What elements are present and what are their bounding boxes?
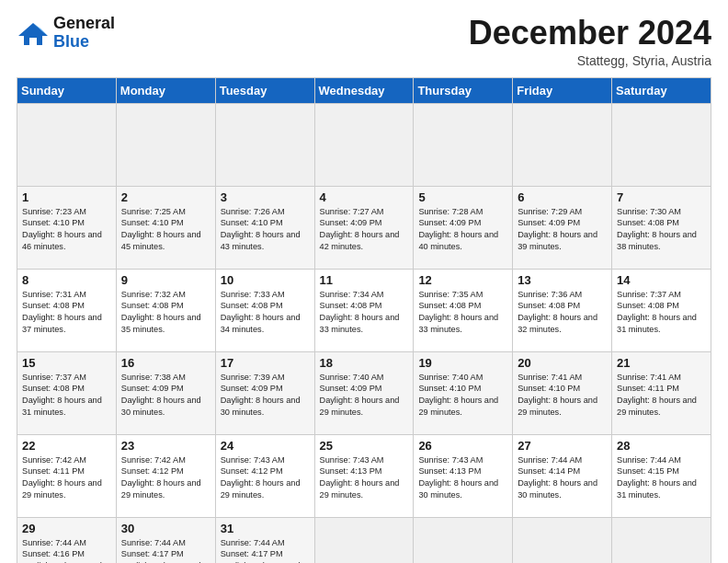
day-info: Sunrise: 7:44 AMSunset: 4:15 PMDaylight:… bbox=[617, 455, 697, 500]
col-thursday: Thursday bbox=[414, 77, 513, 103]
calendar-week-row: 29 Sunrise: 7:44 AMSunset: 4:16 PMDaylig… bbox=[17, 517, 711, 563]
day-number: 5 bbox=[418, 190, 507, 204]
day-number: 7 bbox=[617, 190, 706, 204]
table-row: 5 Sunrise: 7:28 AMSunset: 4:09 PMDayligh… bbox=[414, 186, 513, 269]
table-row bbox=[314, 517, 414, 563]
table-row bbox=[314, 103, 414, 186]
day-info: Sunrise: 7:38 AMSunset: 4:09 PMDaylight:… bbox=[121, 373, 201, 418]
table-row: 12 Sunrise: 7:35 AMSunset: 4:08 PMDaylig… bbox=[414, 269, 513, 351]
table-row: 19 Sunrise: 7:40 AMSunset: 4:10 PMDaylig… bbox=[414, 351, 513, 434]
day-info: Sunrise: 7:36 AMSunset: 4:08 PMDaylight:… bbox=[518, 290, 597, 335]
location-subtitle: Stattegg, Styria, Austria bbox=[469, 53, 711, 68]
day-number: 13 bbox=[518, 273, 607, 287]
day-number: 24 bbox=[221, 439, 310, 453]
svg-marker-0 bbox=[18, 23, 48, 45]
table-row: 20 Sunrise: 7:41 AMSunset: 4:10 PMDaylig… bbox=[513, 351, 612, 434]
day-info: Sunrise: 7:25 AMSunset: 4:10 PMDaylight:… bbox=[121, 207, 201, 252]
table-row: 24 Sunrise: 7:43 AMSunset: 4:12 PMDaylig… bbox=[215, 434, 314, 517]
table-row: 2 Sunrise: 7:25 AMSunset: 4:10 PMDayligh… bbox=[116, 186, 215, 269]
col-monday: Monday bbox=[116, 77, 215, 103]
logo-general-text: General bbox=[53, 15, 115, 33]
calendar-week-row bbox=[17, 103, 711, 186]
day-info: Sunrise: 7:26 AMSunset: 4:10 PMDaylight:… bbox=[221, 207, 301, 252]
col-sunday: Sunday bbox=[17, 77, 117, 103]
table-row bbox=[612, 517, 711, 563]
day-number: 30 bbox=[121, 522, 210, 535]
table-row: 21 Sunrise: 7:41 AMSunset: 4:11 PMDaylig… bbox=[612, 351, 711, 434]
day-number: 15 bbox=[22, 356, 111, 370]
day-info: Sunrise: 7:29 AMSunset: 4:09 PMDaylight:… bbox=[518, 207, 597, 252]
table-row bbox=[513, 517, 612, 563]
day-number: 22 bbox=[22, 439, 111, 453]
table-row: 10 Sunrise: 7:33 AMSunset: 4:08 PMDaylig… bbox=[215, 269, 314, 351]
day-number: 20 bbox=[518, 356, 607, 370]
col-tuesday: Tuesday bbox=[215, 77, 314, 103]
table-row: 1 Sunrise: 7:23 AMSunset: 4:10 PMDayligh… bbox=[17, 186, 117, 269]
day-number: 9 bbox=[121, 273, 210, 287]
day-number: 16 bbox=[121, 356, 210, 370]
day-number: 31 bbox=[221, 522, 310, 535]
day-info: Sunrise: 7:44 AMSunset: 4:16 PMDaylight:… bbox=[22, 538, 102, 563]
table-row: 16 Sunrise: 7:38 AMSunset: 4:09 PMDaylig… bbox=[116, 351, 215, 434]
day-number: 26 bbox=[418, 439, 507, 453]
calendar-week-row: 8 Sunrise: 7:31 AMSunset: 4:08 PMDayligh… bbox=[17, 269, 711, 351]
day-info: Sunrise: 7:27 AMSunset: 4:09 PMDaylight:… bbox=[320, 207, 400, 252]
day-number: 27 bbox=[518, 439, 607, 453]
calendar-header-row: Sunday Monday Tuesday Wednesday Thursday… bbox=[17, 77, 711, 103]
logo-icon bbox=[17, 19, 50, 47]
day-number: 28 bbox=[617, 439, 706, 453]
day-number: 21 bbox=[617, 356, 706, 370]
day-info: Sunrise: 7:43 AMSunset: 4:13 PMDaylight:… bbox=[320, 455, 400, 500]
day-number: 17 bbox=[221, 356, 310, 370]
table-row bbox=[215, 103, 314, 186]
table-row: 6 Sunrise: 7:29 AMSunset: 4:09 PMDayligh… bbox=[513, 186, 612, 269]
table-row bbox=[414, 517, 513, 563]
table-row bbox=[612, 103, 711, 186]
table-row: 27 Sunrise: 7:44 AMSunset: 4:14 PMDaylig… bbox=[513, 434, 612, 517]
table-row: 3 Sunrise: 7:26 AMSunset: 4:10 PMDayligh… bbox=[215, 186, 314, 269]
calendar-week-row: 1 Sunrise: 7:23 AMSunset: 4:10 PMDayligh… bbox=[17, 186, 711, 269]
day-info: Sunrise: 7:35 AMSunset: 4:08 PMDaylight:… bbox=[418, 290, 498, 335]
day-info: Sunrise: 7:42 AMSunset: 4:11 PMDaylight:… bbox=[22, 455, 102, 500]
day-info: Sunrise: 7:42 AMSunset: 4:12 PMDaylight:… bbox=[121, 455, 201, 500]
day-info: Sunrise: 7:31 AMSunset: 4:08 PMDaylight:… bbox=[22, 290, 102, 335]
table-row bbox=[513, 103, 612, 186]
day-number: 2 bbox=[121, 190, 210, 204]
day-number: 10 bbox=[221, 273, 310, 287]
day-info: Sunrise: 7:44 AMSunset: 4:17 PMDaylight:… bbox=[121, 538, 201, 563]
day-number: 23 bbox=[121, 439, 210, 453]
calendar-week-row: 22 Sunrise: 7:42 AMSunset: 4:11 PMDaylig… bbox=[17, 434, 711, 517]
day-number: 29 bbox=[22, 522, 111, 535]
table-row: 8 Sunrise: 7:31 AMSunset: 4:08 PMDayligh… bbox=[17, 269, 117, 351]
calendar-week-row: 15 Sunrise: 7:37 AMSunset: 4:08 PMDaylig… bbox=[17, 351, 711, 434]
day-info: Sunrise: 7:41 AMSunset: 4:11 PMDaylight:… bbox=[617, 373, 697, 418]
day-info: Sunrise: 7:37 AMSunset: 4:08 PMDaylight:… bbox=[617, 290, 697, 335]
table-row bbox=[116, 103, 215, 186]
table-row: 30 Sunrise: 7:44 AMSunset: 4:17 PMDaylig… bbox=[116, 517, 215, 563]
day-info: Sunrise: 7:44 AMSunset: 4:17 PMDaylight:… bbox=[221, 538, 301, 563]
day-number: 19 bbox=[418, 356, 507, 370]
table-row: 31 Sunrise: 7:44 AMSunset: 4:17 PMDaylig… bbox=[215, 517, 314, 563]
day-number: 1 bbox=[22, 190, 111, 204]
day-number: 6 bbox=[518, 190, 607, 204]
page: General Blue December 2024 Stattegg, Sty… bbox=[0, 0, 728, 563]
table-row: 25 Sunrise: 7:43 AMSunset: 4:13 PMDaylig… bbox=[314, 434, 414, 517]
month-title: December 2024 bbox=[469, 15, 711, 52]
day-info: Sunrise: 7:41 AMSunset: 4:10 PMDaylight:… bbox=[518, 373, 597, 418]
day-info: Sunrise: 7:40 AMSunset: 4:09 PMDaylight:… bbox=[320, 373, 400, 418]
table-row: 26 Sunrise: 7:43 AMSunset: 4:13 PMDaylig… bbox=[414, 434, 513, 517]
day-info: Sunrise: 7:23 AMSunset: 4:10 PMDaylight:… bbox=[22, 207, 102, 252]
day-info: Sunrise: 7:40 AMSunset: 4:10 PMDaylight:… bbox=[418, 373, 498, 418]
day-info: Sunrise: 7:28 AMSunset: 4:09 PMDaylight:… bbox=[418, 207, 498, 252]
day-info: Sunrise: 7:33 AMSunset: 4:08 PMDaylight:… bbox=[221, 290, 301, 335]
table-row: 17 Sunrise: 7:39 AMSunset: 4:09 PMDaylig… bbox=[215, 351, 314, 434]
col-wednesday: Wednesday bbox=[314, 77, 414, 103]
table-row bbox=[17, 103, 117, 186]
table-row: 13 Sunrise: 7:36 AMSunset: 4:08 PMDaylig… bbox=[513, 269, 612, 351]
day-info: Sunrise: 7:44 AMSunset: 4:14 PMDaylight:… bbox=[518, 455, 597, 500]
table-row: 23 Sunrise: 7:42 AMSunset: 4:12 PMDaylig… bbox=[116, 434, 215, 517]
day-number: 11 bbox=[320, 273, 409, 287]
logo: General Blue bbox=[17, 15, 115, 52]
table-row: 9 Sunrise: 7:32 AMSunset: 4:08 PMDayligh… bbox=[116, 269, 215, 351]
day-info: Sunrise: 7:37 AMSunset: 4:08 PMDaylight:… bbox=[22, 373, 102, 418]
